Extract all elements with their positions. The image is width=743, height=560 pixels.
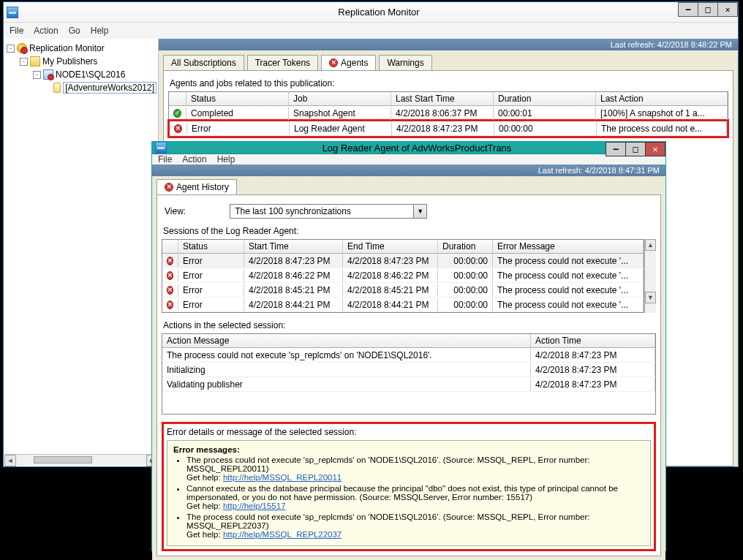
col-status[interactable]: Status [186, 92, 289, 105]
cell-dur: 00:00:01 [494, 107, 596, 120]
help-link[interactable]: http://help/MSSQL_REPL20011 [223, 473, 342, 482]
cell-action-time: 4/2/2018 8:47:23 PM [531, 378, 655, 391]
cell-action: The process could not e... [597, 122, 727, 135]
minimize-button[interactable]: — [606, 142, 626, 156]
col-end[interactable]: End Time [343, 240, 438, 253]
help-prefix: Get help: [186, 473, 223, 482]
maximize-button[interactable]: □ [698, 2, 718, 17]
cell-dur: 00:00:00 [438, 298, 493, 311]
cell-status: Completed [186, 107, 289, 120]
close-button[interactable]: ✕ [645, 142, 665, 156]
cell-end: 4/2/2018 8:46:22 PM [343, 269, 438, 282]
cell-msg: The process could not execute '... [493, 284, 644, 297]
table-row[interactable]: ✕Error4/2/2018 8:45:21 PM4/2/2018 8:45:2… [162, 283, 644, 298]
cell-action-time: 4/2/2018 8:47:23 PM [531, 363, 655, 377]
scroll-thumb[interactable] [34, 456, 92, 463]
col-last-action[interactable]: Last Action [596, 92, 728, 105]
collapse-icon[interactable]: - [33, 71, 41, 79]
errors-heading: Error messages: [173, 445, 240, 454]
menu-action[interactable]: Action [182, 154, 206, 164]
table-row[interactable]: The process could not execute 'sp_replcm… [162, 348, 655, 363]
col-action-message[interactable]: Action Message [162, 334, 531, 347]
menu-help[interactable]: Help [91, 26, 109, 36]
main-menubar: File Action Go Help [4, 23, 738, 39]
chevron-down-icon[interactable]: ▼ [413, 205, 426, 218]
table-row[interactable]: Validating publisher4/2/2018 8:47:23 PM [162, 377, 655, 392]
minimize-button[interactable]: — [678, 2, 698, 17]
view-dropdown[interactable]: The last 100 synchronizations ▼ [230, 204, 427, 219]
help-link[interactable]: http://help/MSSQL_REPL22037 [223, 530, 342, 539]
error-details-box[interactable]: Error messages: The process could not ex… [167, 440, 651, 546]
help-link[interactable]: http://help/15517 [223, 502, 286, 510]
table-row[interactable]: ✕Error4/2/2018 8:44:21 PM4/2/2018 8:44:2… [162, 298, 644, 312]
error-text: The process could not execute 'sp_replcm… [186, 455, 589, 473]
tree-root[interactable]: - Replication Monitor [5, 42, 156, 55]
col-icon[interactable] [162, 240, 178, 253]
col-error-msg[interactable]: Error Message [493, 240, 644, 253]
actions-label: Actions in the selected session: [163, 320, 655, 330]
table-row[interactable]: ✕Error4/2/2018 8:46:22 PM4/2/2018 8:46:2… [162, 268, 644, 283]
sessions-v-scrollbar[interactable]: ▲ ▼ [644, 239, 656, 313]
actions-grid-header[interactable]: Action Message Action Time [162, 334, 655, 348]
ok-icon: ✓ [173, 109, 181, 118]
tree-server[interactable]: - NODE1\SQL2016 [5, 68, 156, 81]
child-window-controls: — □ ✕ [606, 142, 665, 156]
actions-grid[interactable]: Action Message Action Time The process c… [162, 333, 656, 415]
child-title: Log Reader Agent of AdvWorksProductTrans [171, 143, 663, 154]
table-row[interactable]: ✓ Completed Snapshot Agent 4/2/2018 8:06… [169, 106, 728, 121]
replication-icon [17, 43, 27, 53]
scroll-up-icon[interactable]: ▲ [645, 239, 656, 251]
collapse-icon[interactable]: - [20, 58, 28, 66]
scroll-down-icon[interactable]: ▼ [645, 292, 656, 303]
close-button[interactable]: ✕ [717, 2, 738, 17]
error-item: The process could not execute 'sp_replcm… [186, 455, 644, 482]
cell-job: Snapshot Agent [289, 107, 391, 120]
tab-tracer-tokens[interactable]: Tracer Tokens [247, 55, 318, 70]
child-refresh-bar: Last refresh: 4/2/2018 8:47:31 PM [152, 164, 665, 176]
menu-help[interactable]: Help [217, 154, 235, 164]
agents-grid[interactable]: Status Job Last Start Time Duration Last… [168, 91, 728, 137]
tab-agent-history[interactable]: ✕ Agent History [156, 179, 237, 194]
agents-grid-header[interactable]: Status Job Last Start Time Duration Last… [169, 92, 728, 106]
cell-status: Error [178, 269, 244, 282]
maximize-button[interactable]: □ [625, 142, 646, 156]
menu-action[interactable]: Action [34, 26, 58, 36]
menu-file[interactable]: File [10, 26, 23, 36]
col-start[interactable]: Start Time [244, 240, 343, 253]
app-icon [155, 142, 167, 154]
publication-icon [53, 83, 61, 93]
cell-status: Error [178, 284, 244, 297]
table-row[interactable]: ✕Error4/2/2018 8:47:23 PM4/2/2018 8:47:2… [162, 254, 644, 268]
tab-all-subscriptions[interactable]: All Subscriptions [163, 55, 244, 70]
col-job[interactable]: Job [289, 92, 391, 105]
scroll-left-icon[interactable]: ◄ [4, 455, 16, 466]
tree-publication[interactable]: [AdventureWorks2012] [5, 81, 156, 94]
col-action-time[interactable]: Action Time [531, 334, 655, 347]
col-last-start[interactable]: Last Start Time [391, 92, 494, 105]
errors-label: Error details or message of the selected… [167, 427, 651, 437]
col-duration[interactable]: Duration [438, 240, 493, 253]
sessions-grid-header[interactable]: Status Start Time End Time Duration Erro… [162, 240, 644, 254]
tree-root-label: Replication Monitor [29, 43, 105, 53]
cell-msg: The process could not execute '... [493, 298, 644, 311]
server-icon [43, 69, 53, 80]
child-titlebar[interactable]: Log Reader Agent of AdvWorksProductTrans… [152, 142, 665, 154]
collapse-icon[interactable]: - [7, 45, 15, 53]
tab-agents[interactable]: ✕ Agents [321, 55, 376, 70]
main-titlebar[interactable]: Replication Monitor — □ ✕ [4, 2, 738, 23]
tree-publishers[interactable]: - My Publishers [5, 55, 156, 68]
col-status[interactable]: Status [178, 240, 244, 253]
col-icon[interactable] [169, 92, 186, 105]
help-prefix: Get help: [186, 502, 223, 510]
tab-warnings[interactable]: Warnings [379, 55, 431, 70]
sessions-grid[interactable]: Status Start Time End Time Duration Erro… [162, 239, 644, 313]
main-window-controls: — □ ✕ [679, 2, 738, 17]
menu-file[interactable]: File [158, 154, 172, 164]
table-row[interactable]: Initializing4/2/2018 8:47:23 PM [162, 363, 655, 377]
col-duration[interactable]: Duration [494, 92, 596, 105]
table-row[interactable]: ✕ Error Log Reader Agent 4/2/2018 8:47:2… [170, 121, 727, 136]
tree-h-scrollbar[interactable]: ◄ ► [4, 454, 158, 466]
tree-panel[interactable]: - Replication Monitor - My Publishers - … [4, 39, 159, 466]
menu-go[interactable]: Go [69, 26, 80, 36]
tab-agents-label: Agents [341, 58, 368, 68]
